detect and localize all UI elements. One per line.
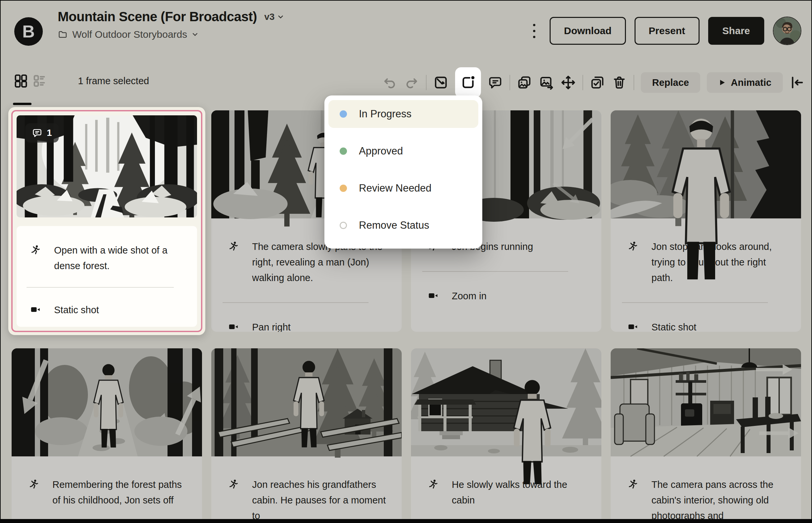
camera-icon — [31, 305, 40, 314]
status-dropdown-menu: In Progress Approved Review Needed Remov… — [324, 95, 482, 249]
status-dot-orange — [340, 185, 347, 192]
frame-1-image: 1 — [17, 115, 197, 217]
storyboard-app-window: B Mountain Scene (For Broadcast) v3 Wolf… — [0, 0, 812, 523]
menu-item-label: Review Needed — [359, 182, 432, 194]
status-dot-blue — [340, 110, 347, 118]
frame-1-selected[interactable]: 1 Open with a wide shot of a dense fores… — [8, 107, 205, 335]
frame-divider — [27, 287, 174, 288]
status-dot-empty — [340, 222, 347, 229]
menu-item-remove-status[interactable]: Remove Status — [328, 212, 478, 239]
frame-camera-text[interactable]: Static shot — [54, 302, 99, 318]
action-icon — [31, 245, 40, 255]
status-dot-green — [340, 147, 347, 155]
comment-icon — [32, 128, 42, 138]
comment-count: 1 — [47, 128, 52, 138]
menu-item-review-needed[interactable]: Review Needed — [328, 174, 478, 202]
status-button-active-tab — [455, 67, 481, 98]
status-icon — [461, 75, 476, 90]
menu-item-in-progress[interactable]: In Progress — [328, 100, 478, 128]
menu-item-label: In Progress — [359, 108, 412, 120]
menu-item-approved[interactable]: Approved — [328, 137, 478, 165]
menu-item-label: Approved — [359, 145, 403, 157]
menu-item-label: Remove Status — [359, 219, 429, 231]
window-bottom-edge — [1, 519, 811, 522]
frame-action-text[interactable]: Open with a wide shot of a dense forest. — [54, 242, 187, 274]
status-button[interactable] — [461, 75, 476, 90]
comment-count-badge[interactable]: 1 — [25, 123, 59, 143]
